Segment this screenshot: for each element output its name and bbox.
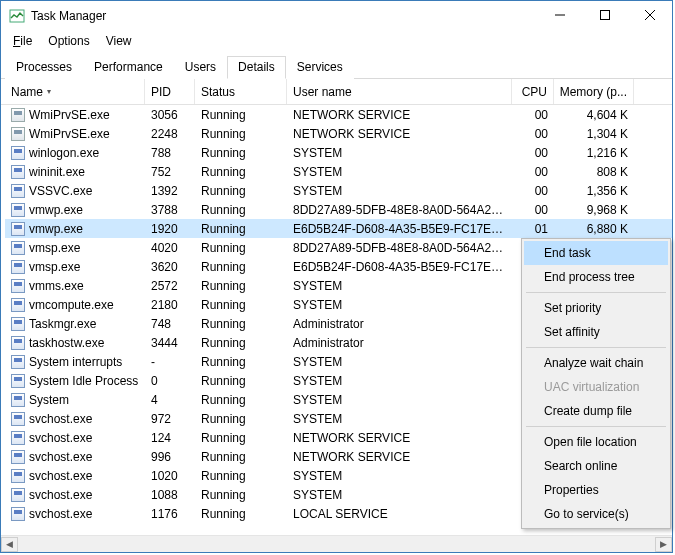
col-header-pid[interactable]: PID: [145, 79, 195, 104]
process-name-label: vmwp.exe: [29, 203, 83, 217]
cell-name: vmcompute.exe: [5, 298, 145, 312]
titlebar: Task Manager: [1, 1, 672, 31]
cell-pid: 3788: [145, 203, 195, 217]
ctx-set-affinity[interactable]: Set affinity: [524, 320, 668, 344]
cell-name: wininit.exe: [5, 165, 145, 179]
table-row[interactable]: vmwp.exe3788Running8DD27A89-5DFB-48E8-8A…: [5, 200, 672, 219]
cell-name: taskhostw.exe: [5, 336, 145, 350]
context-menu: End task End process tree Set priority S…: [521, 238, 671, 529]
cell-user: SYSTEM: [287, 412, 512, 426]
cell-pid: 1020: [145, 469, 195, 483]
ctx-separator: [526, 426, 666, 427]
cell-pid: 3444: [145, 336, 195, 350]
table-row[interactable]: VSSVC.exe1392RunningSYSTEM001,356 K: [5, 181, 672, 200]
cell-pid: 752: [145, 165, 195, 179]
minimize-button[interactable]: [537, 1, 582, 29]
process-name-label: svchost.exe: [29, 488, 92, 502]
cell-user: NETWORK SERVICE: [287, 127, 512, 141]
cell-status: Running: [195, 203, 287, 217]
process-icon: [11, 298, 25, 312]
cell-user: 8DD27A89-5DFB-48E8-8A0D-564A27B3...: [287, 203, 512, 217]
col-header-name-label: Name: [11, 85, 43, 99]
tab-bar: Processes Performance Users Details Serv…: [1, 51, 672, 79]
ctx-properties[interactable]: Properties: [524, 478, 668, 502]
process-name-label: vmsp.exe: [29, 241, 80, 255]
cell-user: SYSTEM: [287, 374, 512, 388]
cell-status: Running: [195, 184, 287, 198]
cell-user: NETWORK SERVICE: [287, 431, 512, 445]
tab-services[interactable]: Services: [286, 56, 354, 79]
ctx-create-dump-file[interactable]: Create dump file: [524, 399, 668, 423]
process-icon: [11, 165, 25, 179]
process-name-label: wininit.exe: [29, 165, 85, 179]
ctx-separator: [526, 292, 666, 293]
cell-cpu: 00: [512, 184, 554, 198]
process-name-label: VSSVC.exe: [29, 184, 92, 198]
cell-status: Running: [195, 146, 287, 160]
ctx-set-priority[interactable]: Set priority: [524, 296, 668, 320]
cell-memory: 1,216 K: [554, 146, 634, 160]
menu-file-label: ile: [20, 34, 32, 48]
col-header-cpu[interactable]: CPU: [512, 79, 554, 104]
col-header-memory[interactable]: Memory (p...: [554, 79, 634, 104]
maximize-button[interactable]: [582, 1, 627, 29]
cell-user: Administrator: [287, 336, 512, 350]
scroll-right-icon[interactable]: ▶: [655, 537, 672, 552]
process-name-label: System Idle Process: [29, 374, 138, 388]
cell-status: Running: [195, 317, 287, 331]
tab-users[interactable]: Users: [174, 56, 227, 79]
process-name-label: winlogon.exe: [29, 146, 99, 160]
tab-details[interactable]: Details: [227, 56, 286, 79]
ctx-uac-virtualization: UAC virtualization: [524, 375, 668, 399]
process-name-label: svchost.exe: [29, 450, 92, 464]
horizontal-scrollbar[interactable]: ◀ ▶: [1, 535, 672, 552]
cell-status: Running: [195, 336, 287, 350]
tab-performance[interactable]: Performance: [83, 56, 174, 79]
menu-view[interactable]: View: [98, 32, 140, 50]
process-icon: [11, 241, 25, 255]
cell-user: 8DD27A89-5DFB-48E8-8A0D-564A27B3: [287, 241, 512, 255]
process-icon: [11, 450, 25, 464]
cell-pid: 2572: [145, 279, 195, 293]
scroll-left-icon[interactable]: ◀: [1, 537, 18, 552]
app-icon: [9, 8, 25, 24]
process-name-label: WmiPrvSE.exe: [29, 108, 110, 122]
cell-pid: 1176: [145, 507, 195, 521]
cell-cpu: 00: [512, 127, 554, 141]
table-row[interactable]: vmwp.exe1920RunningE6D5B24F-D608-4A35-B5…: [5, 219, 672, 238]
close-button[interactable]: [627, 1, 672, 29]
menubar: File Options View: [1, 31, 672, 51]
menu-file[interactable]: File: [5, 32, 40, 50]
process-icon: [11, 488, 25, 502]
col-header-user[interactable]: User name: [287, 79, 512, 104]
ctx-end-process-tree[interactable]: End process tree: [524, 265, 668, 289]
table-row[interactable]: WmiPrvSE.exe2248RunningNETWORK SERVICE00…: [5, 124, 672, 143]
table-row[interactable]: WmiPrvSE.exe3056RunningNETWORK SERVICE00…: [5, 105, 672, 124]
cell-memory: 4,604 K: [554, 108, 634, 122]
ctx-search-online[interactable]: Search online: [524, 454, 668, 478]
ctx-go-to-services[interactable]: Go to service(s): [524, 502, 668, 526]
cell-memory: 6,880 K: [554, 222, 634, 236]
table-row[interactable]: wininit.exe752RunningSYSTEM00808 K: [5, 162, 672, 181]
cell-status: Running: [195, 298, 287, 312]
sort-caret-icon: ▾: [47, 87, 51, 96]
cell-pid: 1392: [145, 184, 195, 198]
menu-options[interactable]: Options: [40, 32, 97, 50]
cell-user: SYSTEM: [287, 184, 512, 198]
table-row[interactable]: winlogon.exe788RunningSYSTEM001,216 K: [5, 143, 672, 162]
process-icon: [11, 108, 25, 122]
cell-pid: 4: [145, 393, 195, 407]
cell-pid: 3056: [145, 108, 195, 122]
col-header-status[interactable]: Status: [195, 79, 287, 104]
ctx-end-task[interactable]: End task: [524, 241, 668, 265]
tab-processes[interactable]: Processes: [5, 56, 83, 79]
task-manager-window: Task Manager File Options View Processes…: [0, 0, 673, 553]
cell-status: Running: [195, 279, 287, 293]
col-header-name[interactable]: Name ▾: [5, 79, 145, 104]
cell-user: SYSTEM: [287, 488, 512, 502]
cell-memory: 808 K: [554, 165, 634, 179]
process-icon: [11, 355, 25, 369]
ctx-analyze-wait-chain[interactable]: Analyze wait chain: [524, 351, 668, 375]
cell-pid: 972: [145, 412, 195, 426]
ctx-open-file-location[interactable]: Open file location: [524, 430, 668, 454]
